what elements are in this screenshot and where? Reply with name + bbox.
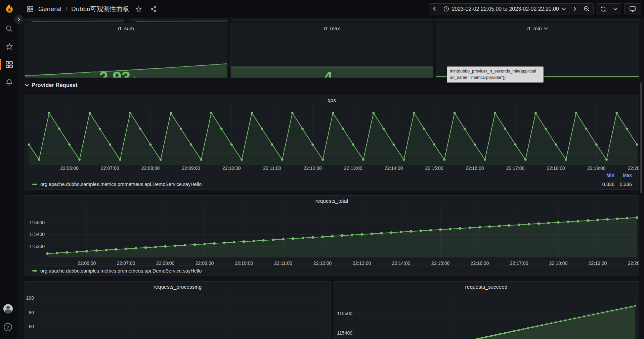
alerting-bell-icon[interactable] xyxy=(5,79,13,88)
qps-chart[interactable]: 22:06:0022:07:0022:08:0022:09:0022:10:00… xyxy=(25,95,639,189)
tv-mode-button[interactable] xyxy=(624,3,641,14)
row-provider-request[interactable]: Provider Request xyxy=(25,82,78,88)
chevron-down-icon xyxy=(562,8,566,10)
panel-title[interactable]: requests_processing xyxy=(154,284,202,290)
x-axis-label: 22:20:00 xyxy=(628,165,639,171)
x-axis-label: 22:07:00 xyxy=(117,260,135,266)
breadcrumb-dashboard-title[interactable]: Dubbo可观测性面板 xyxy=(71,5,129,13)
y-axis-label: 80 xyxy=(29,310,34,315)
x-axis-label: 22:16:00 xyxy=(466,165,484,171)
x-axis-label: 22:16:00 xyxy=(471,260,489,266)
panel-title[interactable]: rt_max xyxy=(324,26,340,32)
tooltip-line: min(dubbo_provider_rt_seconds_min{applic… xyxy=(450,68,541,75)
x-axis-label: 22:12:00 xyxy=(303,165,322,171)
star-icon[interactable] xyxy=(134,4,143,14)
legend-header: Min Max xyxy=(597,173,632,178)
x-axis-label: 22:12:00 xyxy=(313,260,332,266)
zoom-out-icon xyxy=(584,6,590,12)
x-axis-label: 22:07:00 xyxy=(101,165,119,171)
time-back-button[interactable] xyxy=(429,4,440,14)
panel-title[interactable]: rt_min xyxy=(527,26,542,32)
zoom-out-button[interactable] xyxy=(580,4,593,14)
grafana-logo-icon[interactable] xyxy=(5,4,14,15)
vertical-scrollbar[interactable] xyxy=(640,82,642,193)
clock-icon xyxy=(443,6,449,12)
x-axis-label: 22:20:00 xyxy=(628,260,639,266)
series-name[interactable]: org.apache.dubbo.samples.metrics.prometh… xyxy=(40,182,202,187)
time-forward-button[interactable] xyxy=(569,4,580,14)
tooltip-line: on_name="metrics-provider"}) xyxy=(450,75,541,81)
x-axis-label: 22:06:00 xyxy=(60,165,79,171)
y-axis-label: 115500 xyxy=(337,311,352,316)
series-swatch xyxy=(32,184,37,185)
y-axis-label: 60 xyxy=(29,324,34,329)
x-axis-label: 22:18:00 xyxy=(549,260,568,266)
grafana-dashboard: General / Dubbo可观测性面板 xyxy=(0,0,644,339)
active-nav-indicator xyxy=(0,59,1,70)
toolbar-right: 2023-02-02 22:05:00 to 2023-02-02 22:20:… xyxy=(429,3,641,14)
apps-grid-icon[interactable] xyxy=(26,4,35,14)
y-axis-label: 115400 xyxy=(29,232,45,237)
x-axis-label: 22:11:00 xyxy=(274,260,292,266)
x-axis-label: 22:19:00 xyxy=(587,165,606,171)
dashboards-icon[interactable] xyxy=(5,61,13,70)
legend-row: org.apache.dubbo.samples.metrics.prometh… xyxy=(29,179,635,189)
stat-unit: s xyxy=(336,75,340,78)
stat-panel-rt-max: rt_max 4 s xyxy=(230,23,433,78)
panel-title[interactable]: requests_total xyxy=(315,198,348,204)
chevron-left-icon xyxy=(433,7,435,11)
requests_processing-chart[interactable]: 6080100 xyxy=(25,282,330,339)
starred-icon[interactable] xyxy=(5,43,13,52)
cutoff-panel-strip xyxy=(25,18,124,21)
time-range-button[interactable]: 2023-02-02 22:05:00 to 2023-02-02 22:20:… xyxy=(440,4,569,14)
x-axis-label: 22:17:00 xyxy=(510,260,528,266)
stat-value: 2.93 xyxy=(99,69,130,78)
sidebar-expand-button[interactable] xyxy=(14,15,23,24)
x-axis-label: 22:17:00 xyxy=(506,165,525,171)
panel-requests-succeed: requests_succeed 115400115500 xyxy=(334,281,639,339)
legend-min-header[interactable]: Min xyxy=(597,173,614,178)
cutoff-panel-strip xyxy=(540,18,641,21)
stat-value: 4 xyxy=(324,69,333,78)
stat-unit: hour xyxy=(133,75,153,78)
panel-title[interactable]: requests_succeed xyxy=(465,284,508,290)
x-axis-label: 22:10:00 xyxy=(222,165,241,171)
chevron-right-icon xyxy=(574,7,575,11)
series-max-value: 0.336 xyxy=(614,182,632,187)
requests_succeed-chart[interactable]: 115400115500 xyxy=(334,282,639,339)
time-picker-group: 2023-02-02 22:05:00 to 2023-02-02 22:20:… xyxy=(429,3,594,14)
y-axis-label: 115400 xyxy=(337,330,352,336)
x-axis-label: 22:15:00 xyxy=(425,165,443,171)
x-axis-label: 22:13:00 xyxy=(353,260,371,266)
refresh-interval-button[interactable] xyxy=(610,4,621,14)
side-nav: ? xyxy=(0,0,18,339)
share-icon[interactable] xyxy=(149,4,158,14)
help-icon[interactable]: ? xyxy=(4,323,12,331)
refresh-icon xyxy=(600,6,606,12)
monitor-icon xyxy=(629,6,636,12)
stat-panel-rt-sum: rt_sum 2.93 hour xyxy=(25,23,227,78)
section-title: Provider Request xyxy=(32,82,78,88)
x-axis-label: 22:14:00 xyxy=(392,260,411,266)
search-icon[interactable] xyxy=(5,25,13,34)
series-min-value: 0.336 xyxy=(597,182,614,187)
time-range-label: 2023-02-02 22:05:00 to 2023-02-02 22:20:… xyxy=(452,6,559,12)
panel-menu-caret-icon[interactable] xyxy=(544,27,548,30)
chevron-down-icon xyxy=(613,8,617,10)
breadcrumb: General / Dubbo可观测性面板 xyxy=(26,0,158,18)
refresh-button[interactable] xyxy=(597,4,610,14)
refresh-group xyxy=(597,3,621,14)
panel-title[interactable]: qps xyxy=(328,97,336,103)
legend-max-header[interactable]: Max xyxy=(614,173,632,178)
breadcrumb-section[interactable]: General xyxy=(38,5,61,13)
y-axis-label: 115500 xyxy=(29,220,45,225)
x-axis-label: 22:10:00 xyxy=(235,260,253,266)
requests_total-chart[interactable]: 11530011540011550022:06:0022:07:0022:08:… xyxy=(25,196,639,276)
x-axis-label: 22:18:00 xyxy=(547,165,565,171)
cutoff-panel-strip xyxy=(129,18,227,21)
series-name[interactable]: org.apache.dubbo.samples.metrics.prometh… xyxy=(40,268,202,274)
user-avatar[interactable] xyxy=(3,304,13,313)
panel-title[interactable]: rt_sum xyxy=(118,26,134,32)
x-axis-label: 22:06:00 xyxy=(78,260,96,266)
query-tooltip: min(dubbo_provider_rt_seconds_min{applic… xyxy=(447,66,544,83)
